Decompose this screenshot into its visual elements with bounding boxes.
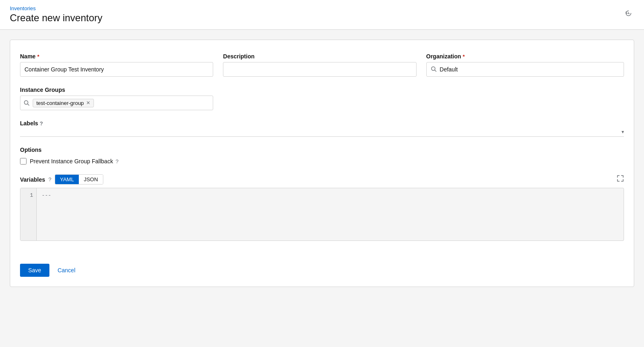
save-button[interactable]: Save — [20, 264, 49, 277]
history-icon — [624, 10, 633, 18]
instance-group-tag: test-container-group ✕ — [33, 99, 94, 107]
svg-line-3 — [435, 70, 436, 71]
prevent-fallback-row: Prevent Instance Group Fallback ? — [20, 158, 624, 165]
yaml-toggle-button[interactable]: YAML — [55, 175, 79, 184]
prevent-fallback-label: Prevent Instance Group Fallback ? — [30, 158, 118, 165]
form-card: Name * Description Organization * — [10, 40, 634, 287]
variables-label-group: Variables ? YAML JSON — [20, 174, 103, 185]
name-input[interactable] — [20, 62, 213, 77]
labels-label: Labels ? — [20, 120, 624, 127]
history-button[interactable] — [623, 8, 634, 22]
instance-groups-search-button[interactable] — [24, 100, 29, 106]
name-field-group: Name * — [20, 53, 213, 77]
page-header: Inventories Create new inventory — [0, 0, 644, 30]
variables-expand-button[interactable] — [617, 175, 624, 184]
instance-groups-section: Instance Groups test-container-group ✕ — [20, 87, 624, 110]
labels-section: Labels ? ▾ — [20, 120, 624, 137]
variables-header: Variables ? YAML JSON — [20, 174, 624, 185]
top-fields-row: Name * Description Organization * — [20, 53, 624, 77]
expand-icon — [617, 175, 624, 182]
main-content: Name * Description Organization * — [0, 30, 644, 297]
options-title: Options — [20, 147, 624, 153]
instance-groups-label: Instance Groups — [20, 87, 624, 93]
variables-label: Variables — [20, 176, 45, 183]
instance-groups-input-wrapper[interactable]: test-container-group ✕ — [20, 96, 213, 110]
description-field-group: Description — [223, 53, 416, 77]
breadcrumb-link[interactable]: Inventories — [10, 5, 36, 11]
name-label: Name * — [20, 53, 213, 60]
labels-chevron-down-icon: ▾ — [622, 129, 624, 135]
organization-value: Default — [440, 66, 458, 73]
description-input[interactable] — [223, 62, 416, 77]
json-toggle-button[interactable]: JSON — [79, 175, 103, 184]
svg-line-5 — [28, 104, 29, 106]
code-content[interactable]: --- — [37, 188, 624, 240]
variables-format-toggle: YAML JSON — [55, 174, 103, 185]
options-section: Options Prevent Instance Group Fallback … — [20, 147, 624, 165]
name-required-star: * — [37, 53, 39, 60]
line-numbers: 1 — [20, 188, 37, 240]
cancel-button[interactable]: Cancel — [56, 264, 77, 277]
variables-help-icon[interactable]: ? — [49, 176, 51, 182]
prevent-fallback-checkbox[interactable] — [20, 158, 27, 165]
page-title: Create new inventory — [10, 12, 634, 24]
description-label: Description — [223, 53, 416, 60]
org-search-icon — [431, 66, 437, 73]
organization-search-wrapper[interactable]: Default — [426, 62, 624, 77]
prevent-fallback-help-icon[interactable]: ? — [116, 158, 118, 165]
labels-dropdown[interactable]: ▾ — [20, 129, 624, 137]
organization-field-group: Organization * Default — [426, 53, 624, 77]
org-required-star: * — [463, 53, 465, 60]
instance-group-tag-remove[interactable]: ✕ — [86, 100, 90, 105]
variables-editor[interactable]: 1 --- — [20, 188, 624, 241]
variables-section: Variables ? YAML JSON — [20, 174, 624, 241]
labels-help-icon[interactable]: ? — [40, 120, 43, 127]
form-actions: Save Cancel — [20, 254, 624, 277]
organization-label: Organization * — [426, 53, 624, 60]
instance-group-tag-label: test-container-group — [36, 100, 84, 106]
